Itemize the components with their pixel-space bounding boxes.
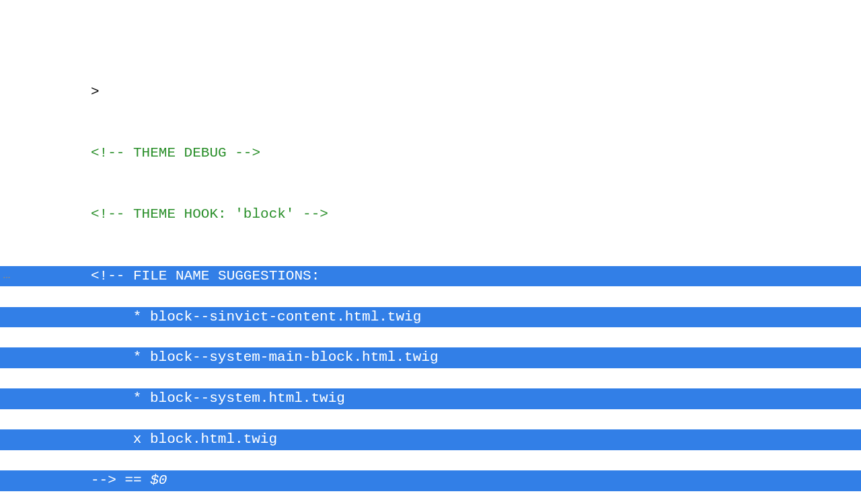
code-line[interactable]: --> == $0 bbox=[13, 470, 861, 491]
code-line[interactable]: x block.html.twig bbox=[13, 429, 861, 450]
gutter bbox=[0, 388, 13, 409]
code-row-selected[interactable]: --> == $0 bbox=[0, 470, 861, 491]
dollar-zero: $0 bbox=[150, 472, 167, 488]
gutter bbox=[0, 347, 13, 368]
code-line[interactable]: <!-- THEME DEBUG --> bbox=[13, 143, 861, 163]
html-comment: <!-- THEME HOOK: 'block' --> bbox=[91, 206, 328, 222]
html-comment: <!-- FILE NAME SUGGESTIONS: bbox=[91, 268, 320, 284]
code-row-selected[interactable]: * block--system.html.twig bbox=[0, 388, 861, 409]
code-line[interactable]: * block--system-main-block.html.twig bbox=[13, 347, 861, 368]
html-comment: * block--system.html.twig bbox=[108, 390, 345, 406]
code-line[interactable]: * block--sinvict-content.html.twig bbox=[13, 307, 861, 327]
html-comment: * block--system-main-block.html.twig bbox=[108, 349, 438, 365]
code-row-selected[interactable]: x block.html.twig bbox=[0, 429, 861, 450]
gutter bbox=[0, 82, 13, 102]
html-comment: <!-- THEME DEBUG --> bbox=[91, 145, 260, 161]
html-comment-end: --> bbox=[91, 472, 116, 488]
gutter bbox=[0, 204, 13, 224]
html-comment: * block--sinvict-content.html.twig bbox=[108, 309, 421, 325]
code-line[interactable]: > bbox=[13, 82, 861, 102]
code-row-selected[interactable]: * block--sinvict-content.html.twig bbox=[0, 307, 861, 327]
code-row-selected[interactable]: * block--system-main-block.html.twig bbox=[0, 347, 861, 368]
code-row[interactable]: <!-- THEME HOOK: 'block' --> bbox=[0, 204, 861, 224]
gutter bbox=[0, 429, 13, 450]
gutter-ellipsis: … bbox=[0, 266, 13, 286]
code-row[interactable]: <!-- THEME DEBUG --> bbox=[0, 143, 861, 163]
html-comment: x block.html.twig bbox=[108, 431, 277, 447]
code-row[interactable]: > bbox=[0, 82, 861, 102]
code-line[interactable]: <!-- THEME HOOK: 'block' --> bbox=[13, 204, 861, 224]
gutter bbox=[0, 143, 13, 163]
gutter bbox=[0, 470, 13, 491]
code-line[interactable]: <!-- FILE NAME SUGGESTIONS: bbox=[13, 266, 861, 286]
equals-null: == bbox=[116, 472, 150, 488]
close-bracket: > bbox=[91, 84, 100, 99]
code-line[interactable]: * block--system.html.twig bbox=[13, 388, 861, 409]
code-row-selected[interactable]: … <!-- FILE NAME SUGGESTIONS: bbox=[0, 266, 861, 286]
gutter bbox=[0, 307, 13, 327]
